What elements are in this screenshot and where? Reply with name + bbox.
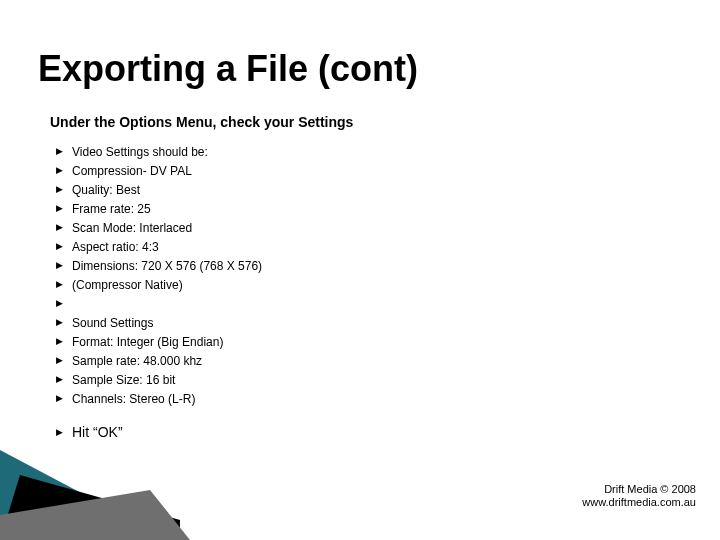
list-item: ▶ Format: Integer (Big Endian) <box>56 332 616 351</box>
list-item: ▶ Frame rate: 25 <box>56 199 616 218</box>
bullet-icon: ▶ <box>56 166 72 175</box>
bullet-icon: ▶ <box>56 356 72 365</box>
bullet-icon: ▶ <box>56 318 72 327</box>
list-item-label: Sound Settings <box>72 316 616 330</box>
list-item: ▶ Aspect ratio: 4:3 <box>56 237 616 256</box>
subtitle: Under the Options Menu, check your Setti… <box>50 114 353 130</box>
list-item-label: Channels: Stereo (L-R) <box>72 392 616 406</box>
bullet-icon: ▶ <box>56 223 72 232</box>
bullet-icon: ▶ <box>56 261 72 270</box>
bullet-icon: ▶ <box>56 280 72 289</box>
list-item: ▶ Video Settings should be: <box>56 142 616 161</box>
list-item-label: Sample Size: 16 bit <box>72 373 616 387</box>
bullet-icon: ▶ <box>56 394 72 403</box>
bullet-icon: ▶ <box>56 428 72 437</box>
list-item: ▶ Sample Size: 16 bit <box>56 370 616 389</box>
list-item-label: Quality: Best <box>72 183 616 197</box>
list-item-label: Format: Integer (Big Endian) <box>72 335 616 349</box>
bullet-icon: ▶ <box>56 337 72 346</box>
page-title: Exporting a File (cont) <box>38 48 418 90</box>
list-item: ▶ Channels: Stereo (L-R) <box>56 389 616 408</box>
list-item-label: Hit “OK” <box>72 424 616 440</box>
svg-marker-0 <box>0 450 170 540</box>
bullet-icon: ▶ <box>56 204 72 213</box>
bullet-list: ▶ Video Settings should be: ▶ Compressio… <box>56 142 616 442</box>
list-item-label: Scan Mode: Interlaced <box>72 221 616 235</box>
list-item: ▶ (Compressor Native) <box>56 275 616 294</box>
list-item: ▶ Sound Settings <box>56 313 616 332</box>
bullet-icon: ▶ <box>56 242 72 251</box>
bullet-icon: ▶ <box>56 185 72 194</box>
list-item-final: ▶ Hit “OK” <box>56 422 616 442</box>
list-item: ▶ <box>56 294 616 313</box>
list-item-label: Frame rate: 25 <box>72 202 616 216</box>
bullet-icon: ▶ <box>56 375 72 384</box>
list-item-label: Video Settings should be: <box>72 145 616 159</box>
list-item: ▶ Sample rate: 48.000 khz <box>56 351 616 370</box>
list-item-label: Aspect ratio: 4:3 <box>72 240 616 254</box>
list-item: ▶ Scan Mode: Interlaced <box>56 218 616 237</box>
bullet-icon: ▶ <box>56 147 72 156</box>
bullet-icon: ▶ <box>56 299 72 308</box>
svg-marker-2 <box>0 490 190 540</box>
list-item: ▶ Quality: Best <box>56 180 616 199</box>
svg-marker-1 <box>0 475 180 540</box>
list-item-label: (Compressor Native) <box>72 278 616 292</box>
list-item-label: Dimensions: 720 X 576 (768 X 576) <box>72 259 616 273</box>
list-item: ▶ Compression- DV PAL <box>56 161 616 180</box>
list-item-label: Sample rate: 48.000 khz <box>72 354 616 368</box>
list-item: ▶ Dimensions: 720 X 576 (768 X 576) <box>56 256 616 275</box>
footer-copyright: Drift Media © 2008 <box>582 483 696 497</box>
slide: Exporting a File (cont) Under the Option… <box>0 0 720 540</box>
list-item-label: Compression- DV PAL <box>72 164 616 178</box>
footer-url: www.driftmedia.com.au <box>582 496 696 510</box>
footer: Drift Media © 2008 www.driftmedia.com.au <box>582 483 696 511</box>
